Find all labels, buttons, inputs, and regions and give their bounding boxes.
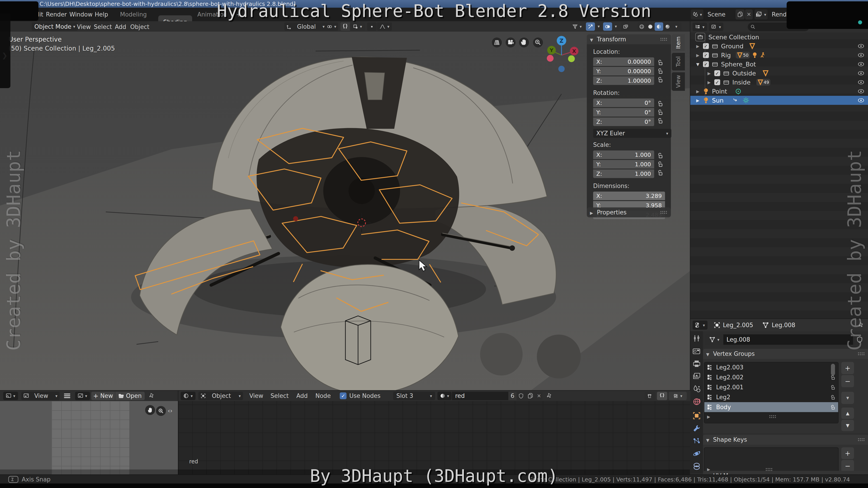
outliner-row-sun[interactable]: ▶ Sun — [690, 96, 868, 105]
scene-copy-button[interactable] — [736, 9, 745, 20]
expand-arrow-icon[interactable]: ▶ — [696, 44, 700, 48]
rotation-mode-dropdown[interactable]: XYZ Euler ▾ — [593, 129, 671, 138]
menu-view[interactable]: View — [77, 24, 91, 30]
eye-icon[interactable] — [858, 80, 864, 85]
expand-arrow-icon[interactable]: ▶ — [708, 71, 711, 76]
properties-subpanel-header[interactable]: ▶ Properties — [587, 207, 671, 217]
slot-dropdown[interactable]: Slot 3 ▾ — [393, 392, 435, 400]
editor-type-button[interactable]: ▾ — [181, 392, 195, 400]
properties-editor-type-button[interactable]: ▾ — [692, 321, 708, 330]
tab-render[interactable] — [692, 347, 701, 356]
orientation-dropdown[interactable]: Global ▾ — [284, 22, 327, 31]
rotation-x-field[interactable]: X:0° — [593, 98, 654, 107]
scene-name-field[interactable]: Scene — [704, 9, 738, 20]
scene-browse-button[interactable]: ▾ — [691, 9, 704, 20]
outliner-display-dropdown[interactable]: ▾ — [692, 23, 707, 31]
image-zoom-button[interactable] — [156, 406, 166, 416]
hamburger-menu-icon[interactable] — [64, 393, 70, 399]
lock-open-icon[interactable] — [657, 169, 663, 177]
outliner-row-ground[interactable]: ▶ ✓ Ground — [690, 41, 868, 51]
menu-view[interactable]: View — [249, 392, 264, 399]
use-nodes-label[interactable]: Use Nodes — [349, 392, 380, 399]
location-z-field[interactable]: Z:1.00000 — [593, 76, 654, 85]
tab-physics[interactable] — [692, 449, 701, 458]
checkbox-checked[interactable]: ✓ — [703, 61, 709, 67]
location-x-field[interactable]: X:0.00000 — [593, 57, 654, 66]
visibility-filter-dropdown[interactable]: ▾ — [569, 22, 585, 31]
shading-material-button[interactable] — [655, 22, 663, 31]
resize-handle-icon[interactable]: ‹› — [168, 408, 173, 414]
chevron-down-icon[interactable]: ▾ — [598, 24, 600, 29]
lock-open-icon[interactable] — [657, 100, 663, 108]
collapse-arrow-icon[interactable]: ▼ — [696, 62, 700, 67]
image-open-button[interactable]: Open — [115, 392, 145, 400]
scale-y-field[interactable]: Y:1.000 — [593, 160, 654, 168]
tab-tool[interactable]: Tool — [672, 53, 685, 70]
menu-help[interactable]: Help — [95, 11, 108, 18]
proportional-edit-toggle[interactable] — [367, 22, 377, 31]
tab-object[interactable] — [692, 411, 701, 420]
snap-settings-dropdown[interactable]: ▾ — [350, 22, 365, 31]
pin-icon[interactable] — [546, 393, 552, 399]
gizmos-toggle[interactable] — [586, 22, 595, 31]
tab-constraints[interactable] — [692, 462, 701, 471]
tab-animation[interactable]: Animation — [197, 11, 227, 18]
tab-output[interactable] — [692, 359, 701, 368]
image-browse-button[interactable]: ▾ — [75, 392, 90, 400]
expand-arrow-icon[interactable]: ▶ — [707, 414, 710, 419]
vgroup-move-down-button[interactable]: ▼ — [841, 420, 854, 431]
menu-window[interactable]: Window — [69, 11, 93, 18]
material-browse-button[interactable]: ▾ — [437, 392, 452, 400]
vgroup-move-up-button[interactable]: ▲ — [841, 408, 854, 419]
shading-rendered-button[interactable] — [663, 22, 672, 31]
outliner-row-outside[interactable]: ▶ ✓ Outside — [690, 69, 868, 78]
menu-object[interactable]: Object — [130, 24, 149, 30]
menu-select[interactable]: Select — [271, 392, 289, 399]
rotation-y-field[interactable]: Y:0° — [593, 108, 654, 117]
shading-solid-button[interactable] — [646, 22, 655, 31]
tab-view-layer[interactable] — [692, 372, 701, 381]
pivot-dropdown[interactable]: ▾ — [325, 22, 338, 31]
vertex-group-row[interactable]: Leg2 — [704, 392, 838, 402]
drag-dots-icon[interactable] — [660, 210, 668, 214]
location-y-field[interactable]: Y:0.00000 — [593, 67, 654, 75]
viewport-3d-scene[interactable]: Z Y X ❯ — [0, 32, 690, 390]
scale-x-field[interactable]: X:1.000 — [593, 151, 654, 159]
tab-modeling[interactable]: Modeling — [120, 11, 147, 18]
pin-icon[interactable] — [858, 322, 864, 328]
drag-dots-icon[interactable] — [858, 438, 865, 442]
vgroup-specials-button[interactable]: ▾ — [841, 392, 854, 404]
proportional-falloff-dropdown[interactable]: ▾ — [377, 22, 392, 31]
drag-dots-icon[interactable] — [769, 415, 777, 418]
lock-open-icon[interactable] — [657, 160, 663, 169]
overlays-toggle[interactable] — [603, 22, 612, 31]
menu-node[interactable]: Node — [315, 392, 331, 399]
shading-wireframe-button[interactable] — [638, 22, 646, 31]
tab-tool-settings[interactable] — [692, 334, 701, 343]
drag-dots-icon[interactable] — [858, 352, 865, 356]
drag-dots-icon[interactable] — [660, 37, 668, 41]
use-nodes-checkbox[interactable]: ✓ — [340, 392, 346, 399]
vertex-group-row[interactable]: Leg2.001 — [704, 382, 838, 392]
shape-keys-list[interactable]: ▶ — [704, 447, 839, 474]
list-scrollbar-thumb[interactable] — [831, 364, 835, 376]
scale-z-field[interactable]: Z:1.000 — [593, 169, 654, 178]
node-snap-target-dropdown[interactable]: ▾ — [669, 392, 687, 400]
viewlayer-browse-button[interactable]: ▾ — [754, 9, 768, 20]
eye-icon[interactable] — [858, 43, 864, 48]
expand-arrow-icon[interactable]: ▶ — [696, 89, 700, 94]
tab-modifiers[interactable] — [692, 424, 701, 433]
material-copy-button[interactable] — [526, 392, 535, 400]
vertex-group-row[interactable]: Leg2.003 — [704, 362, 838, 372]
breadcrumb-object[interactable]: Leg_2.005 — [723, 322, 753, 328]
eye-icon[interactable] — [858, 62, 864, 67]
pin-icon[interactable] — [149, 393, 155, 399]
eye-icon[interactable] — [858, 98, 864, 103]
eye-icon[interactable] — [858, 71, 864, 76]
expand-arrow-icon[interactable]: ▶ — [708, 80, 711, 85]
lock-open-icon[interactable] — [657, 117, 663, 126]
lock-open-icon[interactable] — [657, 152, 663, 160]
image-view-menu[interactable]: View ▾ — [21, 392, 60, 400]
checkbox-checked[interactable]: ✓ — [703, 43, 709, 49]
breadcrumb-data[interactable]: Leg.008 — [772, 322, 795, 328]
